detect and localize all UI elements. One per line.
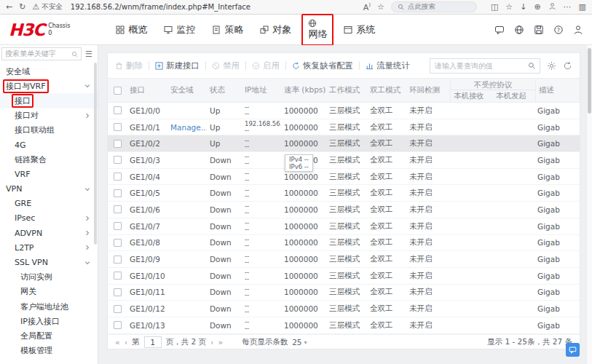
sidebar-item[interactable]: GRE — [0, 197, 98, 211]
toolbar-button-restore[interactable]: 恢复缺省配置 — [292, 60, 353, 71]
table-row[interactable]: GE1/0/7Down----1000000三层模式全双工未开启Gigab — [108, 218, 580, 235]
sidebar-item[interactable]: 4G — [0, 138, 98, 152]
nav-item-system[interactable]: 系统 — [340, 20, 379, 40]
sidebar-item[interactable]: VPN — [0, 182, 98, 197]
sidebar-item[interactable]: IP接入接口 — [0, 314, 98, 328]
last-page-icon[interactable]: » — [218, 339, 223, 347]
col-header-ip[interactable]: IP地址 — [242, 79, 281, 102]
checkbox-icon[interactable] — [114, 305, 122, 313]
table-row[interactable]: GE1/0/5Down----1000000三层模式全双工未开启Gigab — [108, 185, 580, 202]
checkbox-icon[interactable] — [114, 239, 122, 247]
col-header-send[interactable]: 本机发起 — [493, 90, 535, 101]
search-icon[interactable] — [528, 62, 535, 69]
checkbox-icon[interactable] — [114, 272, 122, 280]
table-row[interactable]: GE1/0/10Down----1000000三层模式全双工未开启Gigab — [108, 268, 580, 285]
cell-zone[interactable]: Manage... — [167, 123, 207, 132]
user-icon[interactable] — [573, 25, 583, 35]
nav-item-network[interactable]: 网络 — [304, 15, 331, 44]
sidebar-item[interactable]: 链路聚合 — [0, 152, 98, 167]
checkbox-icon[interactable] — [114, 222, 122, 230]
checkbox-icon[interactable] — [114, 106, 122, 114]
sidebar-item[interactable]: SSL VPN — [0, 255, 98, 269]
table-row[interactable]: GE1/0/8Down----1000000三层模式全双工未开启Gigab — [108, 235, 580, 252]
col-header-desc[interactable]: 描述 — [536, 79, 580, 102]
table-row[interactable]: GE1/0/11Down----1000000三层模式全双工未开启Gigab — [108, 285, 580, 301]
column-settings-gear-icon[interactable] — [547, 61, 556, 71]
nav-item-objects[interactable]: 对象 — [256, 20, 295, 40]
sidebar-item[interactable]: 安全域 — [0, 64, 98, 79]
checkbox-icon[interactable] — [114, 156, 122, 164]
checkbox-icon[interactable] — [114, 321, 122, 329]
select-all-checkbox[interactable] — [114, 87, 122, 95]
sidebar-panel-icon[interactable]: ▥ — [579, 3, 586, 11]
toolbar-button-plus[interactable]: 新建接口 — [155, 60, 200, 71]
table-row[interactable]: GE1/0/3Down----1000000三层模式全双工未开启Gigab — [108, 152, 580, 169]
checkbox-icon[interactable] — [114, 123, 122, 131]
sidebar-item[interactable]: VRF — [0, 167, 98, 181]
save-icon[interactable] — [534, 25, 544, 35]
menu-collapse-icon[interactable]: ☰ — [82, 50, 96, 59]
page-scrollbar[interactable] — [586, 45, 592, 364]
sidebar-item[interactable]: IPsec — [0, 211, 98, 226]
reload-icon[interactable]: ↻ — [19, 3, 25, 11]
toolbar-button-stats[interactable]: 流量统计 — [366, 60, 410, 71]
table-row[interactable]: GE1/0/13Down----1000000三层模式全双工未开启Gigab — [108, 317, 580, 334]
refresh-icon[interactable] — [563, 61, 572, 71]
per-page-select[interactable]: 25 ▾ — [292, 338, 307, 347]
table-row[interactable]: GE1/0/4Down----1000000三层模式全双工未开启Gigab — [108, 169, 580, 186]
downloads-icon[interactable]: ↓ — [520, 3, 526, 11]
back-icon[interactable]: ← — [6, 3, 12, 11]
sidebar-item[interactable]: 接口 — [0, 93, 98, 108]
sidebar-scrollbar[interactable] — [94, 63, 97, 245]
page-scrollbar-thumb[interactable] — [588, 48, 591, 114]
language-globe-icon[interactable] — [514, 25, 524, 35]
page-number-input[interactable] — [144, 336, 162, 348]
col-header-recv[interactable]: 本机接收 — [451, 90, 493, 101]
col-header-interface[interactable]: 接口 — [127, 79, 167, 102]
address-bar[interactable]: 192.168.56.2/wnm/frame/index.php#M_Inter… — [71, 3, 250, 11]
checkbox-icon[interactable] — [114, 173, 122, 181]
prev-page-icon[interactable]: ‹ — [125, 339, 127, 347]
sidebar-item[interactable]: 网关 — [0, 285, 98, 299]
checkbox-icon[interactable] — [114, 140, 122, 148]
sidebar-item[interactable]: 全局配置 — [0, 328, 98, 343]
table-row[interactable]: GE1/0/1Manage...Up192.168.56.2,--1000000… — [108, 119, 580, 136]
table-row[interactable]: GE1/0/9Down----1000000三层模式全双工未开启Gigab — [108, 251, 580, 268]
toolbar-button-ban[interactable]: 禁用 — [212, 60, 240, 71]
table-search-input[interactable] — [435, 62, 525, 70]
sidebar-item[interactable]: 接口联动组 — [0, 123, 98, 138]
toolbar-button-enable[interactable]: 启用 — [252, 60, 280, 71]
col-header-rate[interactable]: 速率 (kbps) — [281, 79, 326, 102]
sidebar-item[interactable]: 接口对 — [0, 108, 98, 123]
col-header-status[interactable]: 状态 — [207, 79, 242, 102]
checkbox-icon[interactable] — [114, 288, 122, 296]
col-header-duplex[interactable]: 双工模式 — [367, 79, 406, 102]
chat-fab-button[interactable] — [566, 343, 580, 357]
split-screen-icon[interactable]: ◫ — [491, 3, 498, 11]
col-header-zone[interactable]: 安全域 — [167, 79, 207, 102]
sidebar-search-input[interactable]: 搜索菜单关键字 — [1, 47, 82, 60]
sidebar-item[interactable]: 客户端地址池 — [0, 299, 98, 314]
nav-item-monitor[interactable]: 监控 — [160, 20, 199, 40]
sidebar-item[interactable]: ADVPN — [0, 226, 98, 240]
next-page-icon[interactable]: › — [210, 339, 213, 347]
table-row[interactable]: GE1/0/0Up----1000000三层模式全双工未开启Gigab — [108, 103, 580, 119]
table-row[interactable]: GE1/0/6Down----1000000三层模式全双工未开启Gigab — [108, 202, 580, 218]
checkbox-icon[interactable] — [114, 256, 122, 264]
profile-icon[interactable] — [548, 2, 556, 12]
extensions-icon[interactable]: ⊕ — [534, 3, 540, 11]
favorites-bar-icon[interactable]: ☆ — [505, 3, 513, 11]
nav-item-overview[interactable]: 概览 — [112, 20, 151, 40]
sidebar-item[interactable]: 接口与VRF — [0, 79, 98, 93]
toolbar-button-trash[interactable]: 删除 — [115, 60, 143, 71]
nav-item-policy[interactable]: 策略 — [208, 20, 247, 40]
more-menu-icon[interactable]: ⋯ — [564, 3, 572, 11]
checkbox-icon[interactable] — [114, 205, 122, 213]
sidebar-item[interactable]: 模板管理 — [0, 344, 98, 358]
table-row[interactable]: GE1/0/2Up----1000000三层模式全双工未开启Gigab — [108, 135, 580, 152]
site-security-chip[interactable]: ⚠ 不安全 — [32, 2, 62, 12]
sidebar-item[interactable]: 访问实例 — [0, 270, 98, 285]
col-header-mode[interactable]: 工作模式 — [326, 79, 367, 102]
sidebar-item[interactable]: L2TP — [0, 240, 98, 255]
read-aloud-icon[interactable]: A) — [363, 3, 371, 12]
